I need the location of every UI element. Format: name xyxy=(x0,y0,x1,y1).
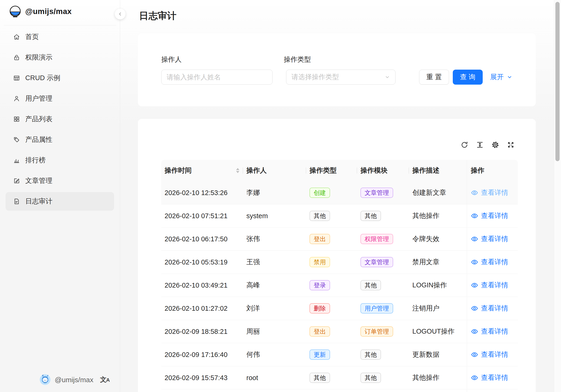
column-header-operation-time[interactable]: 操作时间 xyxy=(161,160,243,181)
sidebar: @umijs/max 首页 权限演示 CRUD 示例 用户管理 产品列表 产品属… xyxy=(0,0,120,392)
operation-type-select[interactable]: 请选择操作类型 xyxy=(286,70,396,85)
cell-operator: 李娜 xyxy=(243,181,306,204)
caret-up-icon xyxy=(236,168,239,170)
sidebar-footer: @umijs/max 文A xyxy=(0,374,120,387)
settings-icon[interactable] xyxy=(491,141,499,149)
view-details-link[interactable]: 查看详情 xyxy=(467,297,518,320)
sidebar-item-users[interactable]: 用户管理 xyxy=(6,89,114,108)
sidebar-item-access[interactable]: 权限演示 xyxy=(6,48,114,67)
cell-module: 用户管理 xyxy=(357,297,409,320)
cell-operation-time: 2026-02-09 18:58:21 xyxy=(161,320,243,343)
view-details-link[interactable]: 查看详情 xyxy=(467,181,518,204)
app-root: @umijs/max 首页 权限演示 CRUD 示例 用户管理 产品列表 产品属… xyxy=(0,0,561,392)
cell-module: 其他 xyxy=(357,204,409,227)
cell-module: 文章管理 xyxy=(357,181,409,204)
sidebar-item-ranking[interactable]: 排行榜 xyxy=(6,151,114,170)
table-card: 操作时间 操作人 操作类型 操作模块 操作描述 操作 2026-02-10 12… xyxy=(138,119,536,392)
sidebar-item-label: 首页 xyxy=(25,32,39,42)
cell-operator: 王强 xyxy=(243,251,306,274)
table-row: 2026-02-10 06:17:50 张伟 登出 权限管理 令牌失效 查看详情 xyxy=(161,228,518,251)
view-details-link[interactable]: 查看详情 xyxy=(467,343,518,366)
query-button[interactable]: 查 询 xyxy=(453,70,483,85)
reset-button[interactable]: 重 置 xyxy=(419,70,449,85)
view-details-link[interactable]: 查看详情 xyxy=(467,366,518,389)
sidebar-item-products[interactable]: 产品列表 xyxy=(6,110,114,128)
lock-icon xyxy=(13,54,20,61)
table-row: 2026-02-10 12:53:26 李娜 创建 文章管理 创建新文章 查看详… xyxy=(161,181,518,204)
cell-description: 创建新文章 xyxy=(409,181,467,204)
table-row xyxy=(161,389,518,392)
cell-operation-type: 其他 xyxy=(306,366,357,389)
eye-icon xyxy=(471,258,478,266)
column-header-module: 操作模块 xyxy=(357,160,409,181)
operation-type-tag: 登录 xyxy=(310,280,330,290)
query-filter-card: 操作人 操作类型 请选择操作类型 重 置 查 询 展开 xyxy=(138,33,536,106)
sidebar-item-attributes[interactable]: 产品属性 xyxy=(6,130,114,149)
sidebar-collapse-button[interactable] xyxy=(115,9,126,19)
density-icon[interactable] xyxy=(476,141,484,149)
chevron-down-icon xyxy=(385,74,390,80)
fullscreen-icon[interactable] xyxy=(507,141,515,149)
cell-description: LOGIN操作 xyxy=(409,274,467,297)
operation-type-tag: 其他 xyxy=(310,211,330,221)
user-avatar[interactable] xyxy=(40,374,51,385)
view-details-link[interactable]: 查看详情 xyxy=(467,320,518,343)
reload-icon[interactable] xyxy=(461,141,468,149)
main-content: 日志审计 操作人 操作类型 请选择操作类型 重 置 查 询 展开 xyxy=(120,0,554,392)
table-body: 2026-02-10 12:53:26 李娜 创建 文章管理 创建新文章 查看详… xyxy=(161,181,518,392)
sidebar-item-crud[interactable]: CRUD 示例 xyxy=(6,69,114,87)
cell-operation-time: 2026-02-10 03:49:21 xyxy=(161,274,243,297)
table-row: 2026-02-09 18:58:21 周丽 登出 订单管理 LOGOUT操作 … xyxy=(161,320,518,343)
view-details-link[interactable]: 查看详情 xyxy=(467,274,518,297)
cell-description: 注销用户 xyxy=(409,297,467,320)
cell-module: 权限管理 xyxy=(357,228,409,250)
view-details-link[interactable]: 查看详情 xyxy=(467,251,518,274)
cell-description: 其他操作 xyxy=(409,366,467,389)
logo: @umijs/max xyxy=(9,5,72,18)
cell-operation-type: 其他 xyxy=(306,204,357,227)
cell-operation-type: 禁用 xyxy=(306,251,357,274)
eye-icon xyxy=(471,212,478,220)
sidebar-item-articles[interactable]: 文章管理 xyxy=(6,171,114,190)
eye-icon xyxy=(471,282,478,289)
operation-type-tag: 登出 xyxy=(310,234,330,244)
table-row: 2026-02-09 17:16:40 何伟 更新 其他 更新数据 查看详情 xyxy=(161,343,518,366)
sidebar-item-label: 产品属性 xyxy=(25,135,52,144)
cell-operation-time: 2026-02-10 01:27:02 xyxy=(161,297,243,320)
cell-module: 其他 xyxy=(357,366,409,389)
bar-chart-icon xyxy=(13,157,20,164)
column-header-description: 操作描述 xyxy=(409,160,467,181)
operation-type-tag: 登出 xyxy=(310,326,330,337)
cell-operation-type: 登出 xyxy=(306,320,357,343)
sidebar-item-label: 用户管理 xyxy=(25,94,52,103)
edit-icon xyxy=(13,177,20,184)
view-details-link[interactable]: 查看详情 xyxy=(467,228,518,250)
operation-type-tag: 创建 xyxy=(310,188,330,198)
sidebar-item-label: 日志审计 xyxy=(25,197,52,206)
expand-link[interactable]: 展开 xyxy=(490,70,513,85)
table-header-row: 操作时间 操作人 操作类型 操作模块 操作描述 操作 xyxy=(161,160,518,181)
translate-icon[interactable]: 文A xyxy=(100,375,109,384)
module-tag: 订单管理 xyxy=(360,326,393,337)
rice-bowl-logo-icon xyxy=(9,5,22,18)
cell-operation-time: 2026-02-09 15:57:43 xyxy=(161,366,243,389)
operation-type-tag: 更新 xyxy=(310,350,330,360)
scrollbar-thumb[interactable] xyxy=(555,2,560,161)
user-icon xyxy=(13,95,20,102)
view-details-link[interactable]: 查看详情 xyxy=(467,204,518,227)
cell-description: 其他操作 xyxy=(409,204,467,227)
sidebar-item-home[interactable]: 首页 xyxy=(6,28,114,46)
sidebar-item-audit-log[interactable]: 日志审计 xyxy=(6,192,114,211)
table-icon xyxy=(13,74,20,82)
eye-icon xyxy=(471,235,478,243)
footer-username: @umijs/max xyxy=(55,376,93,384)
cell-operation-time: 2026-02-10 07:51:21 xyxy=(161,204,243,227)
module-tag: 其他 xyxy=(360,211,381,221)
select-placeholder: 请选择操作类型 xyxy=(291,73,339,82)
operator-input[interactable] xyxy=(161,70,272,85)
module-tag: 文章管理 xyxy=(360,188,393,198)
module-tag: 其他 xyxy=(360,373,381,383)
cell-operation-type: 登出 xyxy=(306,228,357,250)
sidebar-item-label: 排行榜 xyxy=(25,156,46,165)
cell-operation-time: 2026-02-10 12:53:26 xyxy=(161,181,243,204)
